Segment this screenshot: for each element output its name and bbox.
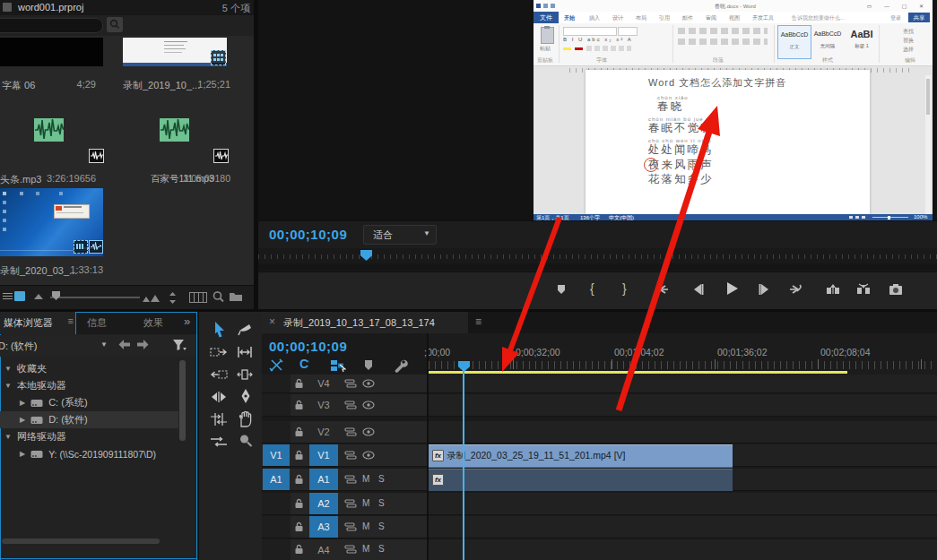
track-name[interactable]: V2 bbox=[309, 421, 338, 443]
toggle-track-output-icon[interactable] bbox=[362, 451, 375, 460]
fx-badge[interactable]: fx bbox=[432, 474, 444, 486]
edit-find[interactable]: 查找 bbox=[903, 28, 914, 36]
panel-menu-icon[interactable]: ≡ bbox=[68, 315, 74, 326]
bin-item-name[interactable]: 录制_2019_10_... bbox=[123, 79, 200, 92]
word-tab[interactable]: 布局 bbox=[636, 14, 646, 22]
bin-item-thumbnail[interactable] bbox=[34, 118, 64, 142]
lock-icon[interactable] bbox=[294, 450, 304, 461]
back-button[interactable] bbox=[118, 340, 131, 349]
timeline-tab[interactable]: × 录制_2019_10_13_17_08_13_174 bbox=[262, 312, 468, 333]
toggle-track-output-icon[interactable] bbox=[362, 401, 375, 409]
lock-icon[interactable] bbox=[294, 521, 304, 532]
tool-track-select-backward[interactable] bbox=[210, 367, 228, 382]
sync-lock-icon[interactable] bbox=[344, 475, 357, 484]
tree-item-drive-y[interactable]: ▶ Y: (\\Sc-201909111807\D) bbox=[0, 445, 178, 462]
fit-dropdown[interactable]: 适合 ▼ bbox=[363, 225, 437, 245]
word-signin[interactable]: 登录 bbox=[890, 14, 901, 22]
audio-clip[interactable]: fx bbox=[429, 469, 733, 491]
tool-slide[interactable] bbox=[210, 435, 228, 449]
word-tab[interactable]: 视图 bbox=[729, 14, 740, 22]
track-name[interactable]: A2 bbox=[309, 493, 338, 514]
tool-pen[interactable] bbox=[239, 388, 253, 406]
window-controls[interactable]: ▭ — ▢ ✕ bbox=[867, 3, 929, 9]
solo-button[interactable]: S bbox=[378, 521, 385, 531]
video-clip[interactable]: fx 录制_2020_03_25_19_11_51_201.mp4 [V] bbox=[429, 444, 733, 468]
tool-track-select-forward[interactable] bbox=[210, 345, 228, 359]
go-to-in-button[interactable] bbox=[655, 282, 671, 297]
word-file-tab[interactable]: 文件 bbox=[534, 12, 559, 23]
word-tab[interactable]: 插入 bbox=[589, 14, 600, 22]
search-input[interactable] bbox=[0, 18, 103, 33]
mute-button[interactable]: M bbox=[362, 521, 369, 531]
mark-out-button[interactable]: } bbox=[622, 281, 627, 296]
tool-slip[interactable] bbox=[210, 412, 228, 426]
word-scrollbar[interactable] bbox=[925, 75, 931, 214]
work-area-bar[interactable] bbox=[429, 371, 847, 374]
tool-selection[interactable] bbox=[212, 321, 228, 339]
word-tab[interactable]: 引用 bbox=[659, 14, 670, 22]
track-name[interactable]: A4 bbox=[309, 539, 338, 560]
tool-rate-stretch[interactable] bbox=[210, 390, 228, 404]
lift-button[interactable] bbox=[825, 282, 841, 297]
filter-button[interactable] bbox=[171, 338, 187, 352]
font-size-box[interactable] bbox=[618, 27, 638, 36]
toggle-track-output-icon[interactable] bbox=[362, 379, 375, 388]
tool-rolling-edit[interactable] bbox=[237, 367, 253, 382]
solo-button[interactable]: S bbox=[378, 544, 385, 554]
bin-item-thumbnail[interactable] bbox=[0, 38, 103, 66]
fx-badge[interactable]: fx bbox=[432, 450, 444, 461]
track-name[interactable]: V3 bbox=[309, 394, 338, 416]
disclosure-icon[interactable]: ▶ bbox=[20, 399, 25, 407]
bin-item-name[interactable]: 字幕 06 bbox=[2, 79, 35, 92]
style-chip[interactable]: AaBbCcD 正文 bbox=[777, 25, 811, 59]
edit-select[interactable]: 选择 bbox=[903, 46, 914, 54]
lock-icon[interactable] bbox=[294, 400, 304, 410]
play-button[interactable] bbox=[724, 280, 740, 297]
timeline-settings-button[interactable] bbox=[393, 358, 408, 373]
linked-selection-button[interactable]: C◦ bbox=[299, 357, 311, 371]
timeline-ruler[interactable] bbox=[429, 361, 937, 369]
monitor-playhead[interactable] bbox=[360, 250, 372, 261]
snap-button[interactable] bbox=[269, 358, 283, 373]
add-marker-button[interactable] bbox=[554, 282, 568, 297]
panel-menu-icon[interactable]: ≡ bbox=[475, 315, 482, 328]
mute-button[interactable]: M bbox=[362, 498, 369, 508]
word-share-button[interactable]: 共享 bbox=[908, 13, 930, 22]
lock-icon[interactable] bbox=[294, 544, 304, 555]
disclosure-icon[interactable]: ▶ bbox=[20, 416, 25, 424]
playhead-line[interactable] bbox=[463, 369, 464, 560]
horizontal-scrollbar[interactable] bbox=[2, 538, 160, 544]
tool-hand[interactable] bbox=[238, 410, 253, 427]
search-button[interactable] bbox=[107, 17, 123, 32]
step-forward-button[interactable] bbox=[757, 282, 771, 297]
mark-in-button[interactable]: { bbox=[590, 281, 594, 296]
sync-lock-icon[interactable] bbox=[344, 451, 357, 460]
zoom-slider-thumb[interactable] bbox=[52, 291, 60, 300]
sync-lock-icon[interactable] bbox=[344, 545, 357, 554]
word-tab[interactable]: 审阅 bbox=[706, 14, 716, 22]
sync-lock-icon[interactable] bbox=[344, 379, 357, 388]
tell-me-box[interactable]: 告诉我您想要做什么... bbox=[792, 14, 845, 22]
track-name[interactable]: V4 bbox=[309, 375, 338, 392]
tab-effects[interactable]: 效果 bbox=[143, 316, 163, 330]
zoom-out-icon[interactable] bbox=[142, 294, 161, 303]
lock-icon[interactable] bbox=[294, 378, 304, 389]
tree-item-drive-c[interactable]: ▶ C: (系统) bbox=[0, 394, 178, 411]
tool-razor[interactable] bbox=[237, 322, 253, 338]
track-name[interactable]: V1 bbox=[309, 444, 338, 466]
paste-icon[interactable] bbox=[541, 27, 554, 44]
mute-button[interactable]: M bbox=[362, 544, 369, 554]
sort-icon[interactable] bbox=[34, 294, 43, 299]
close-tab-icon[interactable]: × bbox=[269, 315, 275, 328]
solo-button[interactable]: S bbox=[378, 498, 385, 508]
lock-icon[interactable] bbox=[294, 426, 304, 437]
tree-item-favorites[interactable]: ▼ 收藏夹 bbox=[0, 360, 178, 377]
tree-item-local-drives[interactable]: ▼ 本地驱动器 bbox=[0, 377, 178, 394]
monitor-timecode[interactable]: 00;00;10;09 bbox=[269, 227, 347, 242]
tab-info[interactable]: 信息 bbox=[87, 316, 107, 330]
source-patch-a1[interactable]: A1 bbox=[263, 469, 290, 490]
edit-replace[interactable]: 替换 bbox=[903, 37, 914, 45]
nest-sequence-button[interactable] bbox=[330, 358, 346, 373]
disclosure-icon[interactable]: ▼ bbox=[4, 382, 12, 390]
export-frame-button[interactable] bbox=[888, 282, 904, 297]
